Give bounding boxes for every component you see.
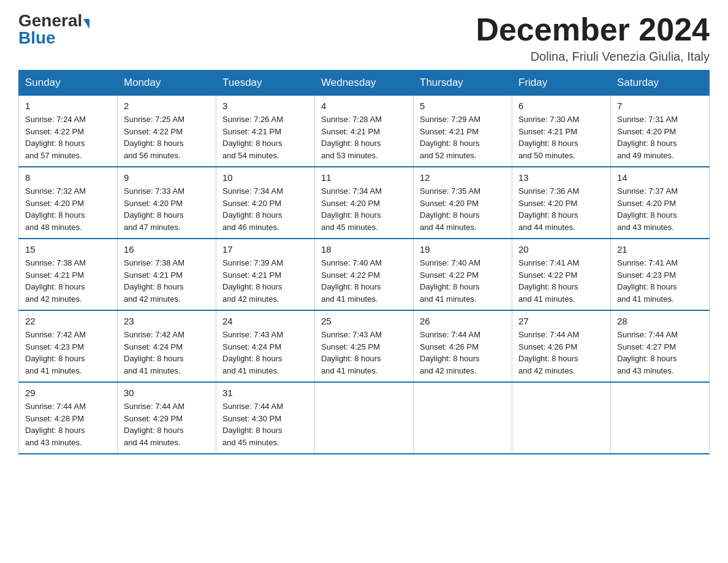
day-number: 5	[420, 101, 506, 111]
day-info: Sunrise: 7:42 AM Sunset: 4:23 PM Dayligh…	[25, 329, 111, 377]
calendar-cell: 3 Sunrise: 7:26 AM Sunset: 4:21 PM Dayli…	[216, 96, 315, 167]
week-row-3: 15 Sunrise: 7:38 AM Sunset: 4:21 PM Dayl…	[19, 239, 710, 310]
day-info: Sunrise: 7:42 AM Sunset: 4:24 PM Dayligh…	[124, 329, 210, 377]
day-info: Sunrise: 7:41 AM Sunset: 4:22 PM Dayligh…	[518, 257, 604, 305]
header-row: SundayMondayTuesdayWednesdayThursdayFrid…	[19, 71, 710, 96]
day-number: 13	[518, 172, 604, 183]
day-number: 7	[617, 101, 703, 111]
calendar-cell: 4 Sunrise: 7:28 AM Sunset: 4:21 PM Dayli…	[315, 96, 414, 167]
calendar-cell: 1 Sunrise: 7:24 AM Sunset: 4:22 PM Dayli…	[19, 96, 118, 167]
header-wednesday: Wednesday	[315, 71, 414, 96]
week-row-1: 1 Sunrise: 7:24 AM Sunset: 4:22 PM Dayli…	[19, 96, 710, 167]
calendar-cell: 31 Sunrise: 7:44 AM Sunset: 4:30 PM Dayl…	[216, 382, 315, 454]
day-number: 31	[222, 388, 308, 398]
day-info: Sunrise: 7:44 AM Sunset: 4:29 PM Dayligh…	[124, 400, 210, 448]
day-number: 23	[124, 316, 210, 326]
day-number: 29	[25, 388, 111, 398]
calendar-header: SundayMondayTuesdayWednesdayThursdayFrid…	[19, 71, 710, 96]
day-info: Sunrise: 7:44 AM Sunset: 4:26 PM Dayligh…	[518, 329, 604, 377]
day-info: Sunrise: 7:31 AM Sunset: 4:20 PM Dayligh…	[617, 113, 703, 161]
day-number: 30	[124, 388, 210, 398]
calendar-cell: 13 Sunrise: 7:36 AM Sunset: 4:20 PM Dayl…	[512, 167, 611, 239]
calendar-cell: 15 Sunrise: 7:38 AM Sunset: 4:21 PM Dayl…	[19, 239, 118, 310]
day-number: 9	[124, 172, 210, 183]
day-number: 17	[222, 244, 308, 255]
calendar-cell: 18 Sunrise: 7:40 AM Sunset: 4:22 PM Dayl…	[315, 239, 414, 310]
day-info: Sunrise: 7:30 AM Sunset: 4:21 PM Dayligh…	[518, 113, 604, 161]
day-info: Sunrise: 7:34 AM Sunset: 4:20 PM Dayligh…	[321, 185, 407, 233]
calendar-cell: 7 Sunrise: 7:31 AM Sunset: 4:20 PM Dayli…	[611, 96, 710, 167]
logo-general-row: General	[18, 12, 89, 29]
calendar-cell: 28 Sunrise: 7:44 AM Sunset: 4:27 PM Dayl…	[611, 310, 710, 382]
calendar-cell: 26 Sunrise: 7:44 AM Sunset: 4:26 PM Dayl…	[414, 310, 512, 382]
calendar-cell: 14 Sunrise: 7:37 AM Sunset: 4:20 PM Dayl…	[611, 167, 710, 239]
day-info: Sunrise: 7:24 AM Sunset: 4:22 PM Dayligh…	[25, 113, 111, 161]
calendar-cell: 19 Sunrise: 7:40 AM Sunset: 4:22 PM Dayl…	[414, 239, 512, 310]
day-info: Sunrise: 7:44 AM Sunset: 4:27 PM Dayligh…	[617, 329, 703, 377]
calendar-cell: 5 Sunrise: 7:29 AM Sunset: 4:21 PM Dayli…	[414, 96, 512, 167]
day-info: Sunrise: 7:32 AM Sunset: 4:20 PM Dayligh…	[25, 185, 111, 233]
logo: General Blue	[18, 12, 89, 47]
day-info: Sunrise: 7:38 AM Sunset: 4:21 PM Dayligh…	[25, 257, 111, 305]
day-info: Sunrise: 7:36 AM Sunset: 4:20 PM Dayligh…	[518, 185, 604, 233]
logo-triangle-icon	[83, 19, 89, 29]
day-number: 8	[25, 172, 111, 183]
day-info: Sunrise: 7:26 AM Sunset: 4:21 PM Dayligh…	[222, 113, 308, 161]
calendar-cell: 12 Sunrise: 7:35 AM Sunset: 4:20 PM Dayl…	[414, 167, 512, 239]
calendar-table: SundayMondayTuesdayWednesdayThursdayFrid…	[18, 70, 710, 454]
calendar-cell: 2 Sunrise: 7:25 AM Sunset: 4:22 PM Dayli…	[118, 96, 216, 167]
month-title: December 2024	[476, 12, 710, 47]
day-number: 12	[420, 172, 506, 183]
calendar-cell: 8 Sunrise: 7:32 AM Sunset: 4:20 PM Dayli…	[19, 167, 118, 239]
calendar-cell: 11 Sunrise: 7:34 AM Sunset: 4:20 PM Dayl…	[315, 167, 414, 239]
calendar-cell: 30 Sunrise: 7:44 AM Sunset: 4:29 PM Dayl…	[118, 382, 216, 454]
day-info: Sunrise: 7:29 AM Sunset: 4:21 PM Dayligh…	[420, 113, 506, 161]
week-row-2: 8 Sunrise: 7:32 AM Sunset: 4:20 PM Dayli…	[19, 167, 710, 239]
day-info: Sunrise: 7:25 AM Sunset: 4:22 PM Dayligh…	[124, 113, 210, 161]
day-number: 25	[321, 316, 407, 326]
day-info: Sunrise: 7:44 AM Sunset: 4:28 PM Dayligh…	[25, 400, 111, 448]
week-row-5: 29 Sunrise: 7:44 AM Sunset: 4:28 PM Dayl…	[19, 382, 710, 454]
calendar-cell: 27 Sunrise: 7:44 AM Sunset: 4:26 PM Dayl…	[512, 310, 611, 382]
day-info: Sunrise: 7:35 AM Sunset: 4:20 PM Dayligh…	[420, 185, 506, 233]
day-info: Sunrise: 7:43 AM Sunset: 4:25 PM Dayligh…	[321, 329, 407, 377]
day-info: Sunrise: 7:38 AM Sunset: 4:21 PM Dayligh…	[124, 257, 210, 305]
page-header: General Blue December 2024 Dolina, Friul…	[18, 12, 710, 64]
calendar-body: 1 Sunrise: 7:24 AM Sunset: 4:22 PM Dayli…	[19, 96, 710, 454]
logo-blue-text: Blue	[18, 28, 56, 47]
calendar-cell: 21 Sunrise: 7:41 AM Sunset: 4:23 PM Dayl…	[611, 239, 710, 310]
calendar-cell	[512, 382, 611, 454]
header-thursday: Thursday	[414, 71, 512, 96]
calendar-cell	[611, 382, 710, 454]
day-info: Sunrise: 7:40 AM Sunset: 4:22 PM Dayligh…	[420, 257, 506, 305]
header-sunday: Sunday	[19, 71, 118, 96]
day-number: 4	[321, 101, 407, 111]
day-info: Sunrise: 7:43 AM Sunset: 4:24 PM Dayligh…	[222, 329, 308, 377]
day-info: Sunrise: 7:33 AM Sunset: 4:20 PM Dayligh…	[124, 185, 210, 233]
calendar-cell: 17 Sunrise: 7:39 AM Sunset: 4:21 PM Dayl…	[216, 239, 315, 310]
day-info: Sunrise: 7:44 AM Sunset: 4:30 PM Dayligh…	[222, 400, 308, 448]
day-info: Sunrise: 7:37 AM Sunset: 4:20 PM Dayligh…	[617, 185, 703, 233]
logo-general-text: General	[18, 11, 82, 30]
calendar-cell: 20 Sunrise: 7:41 AM Sunset: 4:22 PM Dayl…	[512, 239, 611, 310]
header-tuesday: Tuesday	[216, 71, 315, 96]
calendar-cell	[315, 382, 414, 454]
calendar-cell: 6 Sunrise: 7:30 AM Sunset: 4:21 PM Dayli…	[512, 96, 611, 167]
day-number: 20	[518, 244, 604, 255]
day-number: 27	[518, 316, 604, 326]
calendar-cell: 22 Sunrise: 7:42 AM Sunset: 4:23 PM Dayl…	[19, 310, 118, 382]
header-friday: Friday	[512, 71, 611, 96]
calendar-cell: 9 Sunrise: 7:33 AM Sunset: 4:20 PM Dayli…	[118, 167, 216, 239]
day-info: Sunrise: 7:40 AM Sunset: 4:22 PM Dayligh…	[321, 257, 407, 305]
day-info: Sunrise: 7:39 AM Sunset: 4:21 PM Dayligh…	[222, 257, 308, 305]
day-number: 1	[25, 101, 111, 111]
day-number: 21	[617, 244, 703, 255]
day-number: 26	[420, 316, 506, 326]
day-number: 11	[321, 172, 407, 183]
day-number: 24	[222, 316, 308, 326]
day-number: 2	[124, 101, 210, 111]
day-number: 15	[25, 244, 111, 255]
day-number: 3	[222, 101, 308, 111]
day-number: 10	[222, 172, 308, 183]
logo-blue-row: Blue	[18, 29, 56, 47]
